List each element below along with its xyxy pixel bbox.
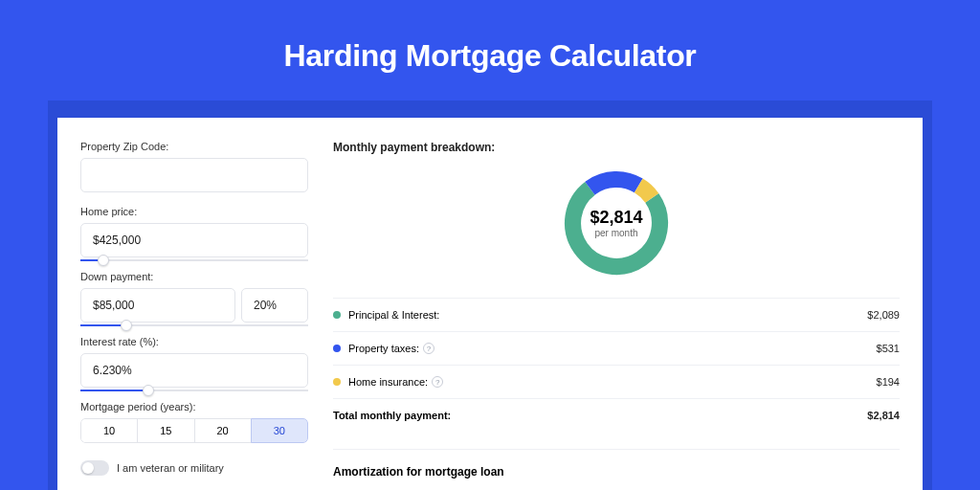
zip-label: Property Zip Code: bbox=[80, 141, 308, 152]
input-form: Property Zip Code: Home price: Down paym… bbox=[80, 141, 308, 490]
mortgage-period-group: 10152030 bbox=[80, 418, 308, 443]
home-price-slider[interactable] bbox=[80, 259, 308, 261]
down-payment-pct-input[interactable] bbox=[241, 288, 308, 323]
legend-value: $531 bbox=[877, 343, 900, 354]
page-title: Harding Mortgage Calculator bbox=[0, 38, 980, 74]
interest-rate-input[interactable] bbox=[80, 353, 308, 388]
legend-row: Principal & Interest:$2,089 bbox=[333, 299, 900, 332]
zip-input[interactable] bbox=[80, 158, 308, 192]
veteran-label: I am veteran or military bbox=[117, 462, 224, 474]
legend-label-text: Property taxes: bbox=[348, 343, 419, 354]
amortization-section: Amortization for mortgage loan Amortizat… bbox=[333, 449, 900, 490]
interest-rate-slider[interactable] bbox=[80, 390, 308, 391]
legend-dot-icon bbox=[333, 378, 341, 386]
calculator-panel: Property Zip Code: Home price: Down paym… bbox=[48, 100, 932, 490]
legend-label-text: Principal & Interest: bbox=[348, 309, 439, 321]
legend-label-text: Home insurance: bbox=[348, 376, 428, 388]
home-price-label: Home price: bbox=[80, 206, 308, 217]
donut-sub: per month bbox=[590, 228, 642, 238]
legend-dot-icon bbox=[333, 345, 341, 352]
legend-total-row: Total monthly payment:$2,814 bbox=[333, 399, 900, 432]
legend-total-value: $2,814 bbox=[867, 410, 900, 421]
interest-rate-slider-thumb[interactable] bbox=[143, 385, 154, 396]
legend-value: $194 bbox=[877, 376, 900, 388]
period-btn-20[interactable]: 20 bbox=[194, 418, 252, 443]
legend-label: Home insurance:? bbox=[348, 376, 877, 388]
period-btn-10[interactable]: 10 bbox=[80, 418, 138, 443]
legend-dot-icon bbox=[333, 311, 341, 319]
legend-row: Home insurance:?$194 bbox=[333, 366, 900, 399]
interest-rate-label: Interest rate (%): bbox=[80, 336, 308, 347]
legend-value: $2,089 bbox=[867, 309, 900, 321]
period-btn-15[interactable]: 15 bbox=[137, 418, 194, 443]
period-btn-30[interactable]: 30 bbox=[251, 418, 308, 443]
home-price-slider-thumb[interactable] bbox=[98, 255, 109, 266]
legend-label: Principal & Interest: bbox=[348, 309, 867, 321]
legend-label: Property taxes:? bbox=[348, 343, 877, 354]
down-payment-slider-thumb[interactable] bbox=[121, 320, 132, 331]
veteran-toggle[interactable] bbox=[80, 460, 109, 476]
amortization-title: Amortization for mortgage loan bbox=[333, 465, 900, 479]
donut-amount: $2,814 bbox=[590, 208, 642, 228]
help-icon[interactable]: ? bbox=[423, 343, 434, 354]
legend-total-label: Total monthly payment: bbox=[333, 410, 867, 421]
home-price-input[interactable] bbox=[80, 223, 308, 257]
down-payment-slider[interactable] bbox=[80, 324, 308, 326]
breakdown-panel: Monthly payment breakdown: $2,814 per mo… bbox=[333, 141, 900, 490]
mortgage-period-label: Mortgage period (years): bbox=[80, 401, 308, 412]
down-payment-input[interactable] bbox=[80, 288, 235, 323]
help-icon[interactable]: ? bbox=[432, 376, 443, 388]
legend-row: Property taxes:?$531 bbox=[333, 332, 900, 366]
down-payment-label: Down payment: bbox=[80, 271, 308, 282]
breakdown-legend: Principal & Interest:$2,089Property taxe… bbox=[333, 298, 900, 432]
